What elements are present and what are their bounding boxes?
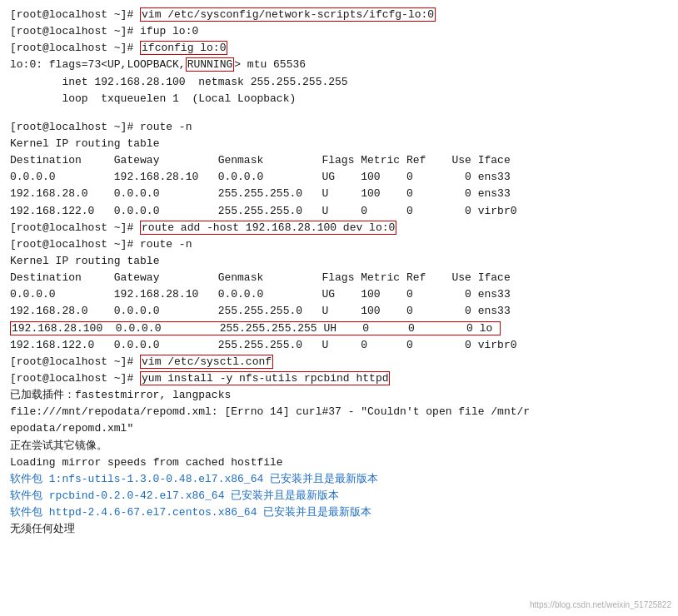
running-highlight: RUNNING: [186, 57, 235, 72]
terminal-line: 已加载插件：fastestmirror, langpacks: [10, 387, 668, 404]
terminal-line-blue: 软件包 1:nfs-utils-1.3.0-0.48.el7.x86_64 已安…: [10, 471, 668, 488]
highlighted-command: route add -host 192.168.28.100 dev lo:0: [140, 221, 396, 235]
terminal-line: [root@localhost ~]# ifup lo:0: [10, 23, 668, 40]
table-row: 192.168.28.0 0.0.0.0 255.255.255.0 U 100…: [10, 303, 668, 320]
terminal-line: Kernel IP routing table: [10, 136, 668, 152]
terminal-line: [root@localhost ~]# vim /etc/sysctl.conf: [10, 354, 668, 370]
table-header: Destination Gateway Genmask Flags Metric…: [10, 152, 668, 169]
table-row: 0.0.0.0 192.168.28.10 0.0.0.0 UG 100 0 0…: [10, 169, 668, 186]
terminal-line: inet 192.168.28.100 netmask 255.255.255.…: [10, 74, 668, 91]
terminal-line: [root@localhost ~]# route -n: [10, 236, 668, 253]
terminal-line: [root@localhost ~]# ifconfig lo:0: [10, 40, 668, 57]
terminal-line: loop txqueuelen 1 (Local Loopback): [10, 91, 668, 107]
prompt: [root@localhost ~]#: [10, 372, 140, 385]
table-row: 0.0.0.0 192.168.28.10 0.0.0.0 UG 100 0 0…: [10, 286, 668, 303]
highlighted-command: yum install -y nfs-utils rpcbind httpd: [140, 371, 390, 385]
terminal-line: [root@localhost ~]# vim /etc/sysconfig/n…: [10, 7, 668, 23]
terminal-container: [root@localhost ~]# vim /etc/sysconfig/n…: [10, 7, 668, 538]
prompt: [root@localhost ~]#: [10, 238, 140, 251]
terminal-line-blue: 软件包 rpcbind-0.2.0-42.el7.x86_64 已安装并且是最新…: [10, 488, 668, 504]
table-header: Destination Gateway Genmask Flags Metric…: [10, 270, 668, 286]
terminal-line: Kernel IP routing table: [10, 253, 668, 270]
terminal-line: [root@localhost ~]# route add -host 192.…: [10, 220, 668, 236]
table-row: 192.168.122.0 0.0.0.0 255.255.255.0 U 0 …: [10, 203, 668, 220]
watermark: https://blog.csdn.net/weixin_51725822: [530, 600, 671, 609]
table-row: 192.168.28.0 0.0.0.0 255.255.255.0 U 100…: [10, 186, 668, 202]
terminal-line: Loading mirror speeds from cached hostfi…: [10, 455, 668, 471]
prompt: [root@localhost ~]#: [10, 42, 140, 54]
highlighted-command: ifconfig lo:0: [140, 41, 227, 55]
terminal-line: lo:0: flags=73<UP,LOOPBACK,RUNNING> mtu …: [10, 57, 668, 73]
terminal-line: [root@localhost ~]# yum install -y nfs-u…: [10, 370, 668, 387]
prompt: [root@localhost ~]#: [10, 25, 140, 37]
terminal-line: 正在尝试其它镜像。: [10, 438, 668, 455]
highlighted-command: vim /etc/sysconfig/network-scripts/ifcfg…: [140, 7, 436, 22]
terminal-line: epodata/repomd.xml": [10, 420, 668, 437]
table-row: 192.168.122.0 0.0.0.0 255.255.255.0 U 0 …: [10, 337, 668, 354]
prompt: [root@localhost ~]#: [10, 221, 140, 234]
blank-line: [10, 107, 668, 119]
terminal-line: file:///mnt/repodata/repomd.xml: [Errno …: [10, 404, 668, 420]
route-row-highlight: 192.168.28.100 0.0.0.0 255.255.255.255 U…: [10, 321, 501, 335]
prompt: [root@localhost ~]#: [10, 355, 140, 368]
highlighted-command: vim /etc/sysctl.conf: [140, 355, 273, 369]
prompt: [root@localhost ~]#: [10, 8, 140, 21]
terminal-line: 无须任何处理: [10, 521, 668, 538]
terminal-line-blue: 软件包 httpd-2.4.6-67.el7.centos.x86_64 已安装…: [10, 504, 668, 521]
prompt: [root@localhost ~]#: [10, 121, 140, 133]
terminal-line: [root@localhost ~]# route -n: [10, 119, 668, 136]
highlighted-route-row: 192.168.28.100 0.0.0.0 255.255.255.255 U…: [10, 320, 668, 337]
